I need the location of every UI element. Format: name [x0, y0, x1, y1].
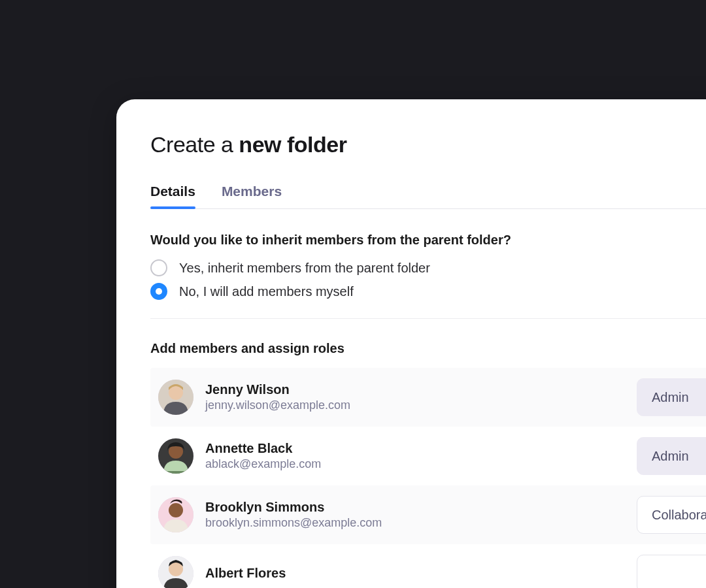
- radio-icon: [150, 283, 167, 300]
- add-members-heading: Add members and assign roles: [150, 341, 706, 356]
- member-row: Albert Flores: [150, 544, 706, 588]
- member-info: Brooklyn Simmons brooklyn.simmons@exampl…: [205, 500, 625, 530]
- avatar-icon: [158, 556, 193, 588]
- avatar-icon: [158, 497, 193, 532]
- member-row: Jenny Wilson jenny.wilson@example.com Ad…: [150, 368, 706, 427]
- member-email: brooklyn.simmons@example.com: [205, 516, 625, 530]
- tab-members[interactable]: Members: [222, 184, 282, 208]
- avatar: [158, 497, 193, 532]
- radio-label: Yes, inherit members from the parent fol…: [179, 261, 430, 276]
- title-prefix: Create a: [150, 132, 239, 157]
- member-row: Annette Black ablack@example.com Admin: [150, 427, 706, 485]
- tabs: Details Members: [150, 184, 706, 209]
- role-select[interactable]: Admin: [637, 378, 706, 416]
- radio-label: No, I will add members myself: [179, 284, 354, 299]
- divider: [150, 318, 706, 319]
- member-info: Albert Flores: [205, 566, 625, 582]
- radio-icon: [150, 259, 167, 276]
- title-bold: new folder: [239, 132, 346, 157]
- inherit-question: Would you like to inherit members from t…: [150, 233, 706, 248]
- role-select[interactable]: [637, 555, 706, 588]
- member-info: Jenny Wilson jenny.wilson@example.com: [205, 382, 625, 412]
- tab-details[interactable]: Details: [150, 184, 195, 208]
- member-name: Brooklyn Simmons: [205, 500, 625, 515]
- role-select[interactable]: Admin: [637, 437, 706, 475]
- radio-inherit-no[interactable]: No, I will add members myself: [150, 283, 706, 300]
- avatar: [158, 438, 193, 474]
- members-list: Jenny Wilson jenny.wilson@example.com Ad…: [150, 368, 706, 588]
- create-folder-panel: Create a new folder Details Members Woul…: [116, 99, 706, 588]
- member-email: jenny.wilson@example.com: [205, 399, 625, 412]
- svg-point-5: [169, 503, 183, 517]
- member-name: Jenny Wilson: [205, 382, 625, 397]
- avatar: [158, 556, 193, 588]
- avatar-icon: [158, 380, 193, 415]
- avatar: [158, 380, 193, 415]
- page-title: Create a new folder: [150, 132, 706, 157]
- inherit-radio-group: Yes, inherit members from the parent fol…: [150, 259, 706, 300]
- role-select[interactable]: Collaborator: [637, 496, 706, 534]
- radio-inherit-yes[interactable]: Yes, inherit members from the parent fol…: [150, 259, 706, 276]
- avatar-icon: [158, 438, 193, 474]
- member-email: ablack@example.com: [205, 457, 625, 471]
- member-name: Albert Flores: [205, 566, 625, 581]
- member-info: Annette Black ablack@example.com: [205, 441, 625, 471]
- member-name: Annette Black: [205, 441, 625, 456]
- member-row: Brooklyn Simmons brooklyn.simmons@exampl…: [150, 485, 706, 544]
